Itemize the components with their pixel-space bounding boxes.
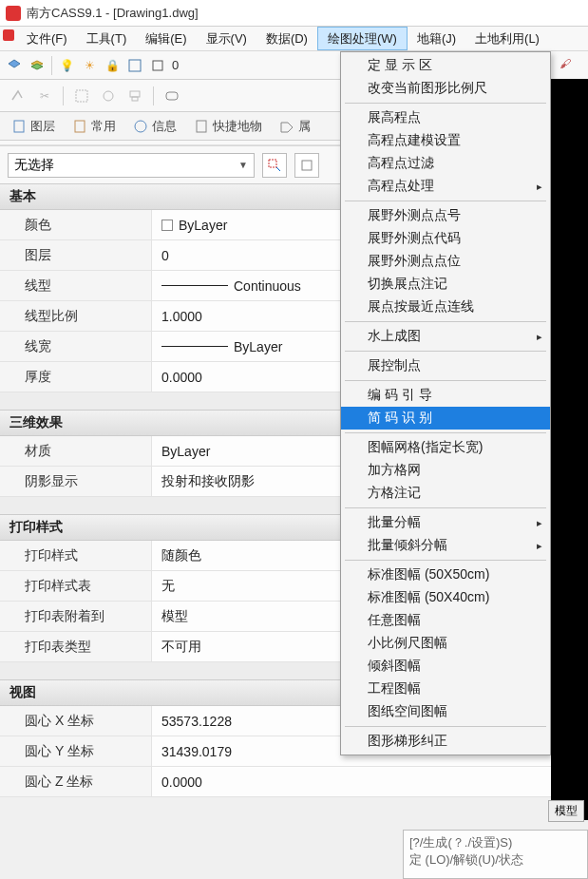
svg-rect-5 <box>153 61 162 70</box>
menu-item[interactable]: 改变当前图形比例尺 <box>341 77 550 100</box>
menu-item[interactable]: 高程点过滤 <box>341 152 550 175</box>
command-line[interactable]: [?/生成(？./设置)S) 定 (LO)/解锁(U)/状态 <box>403 830 588 879</box>
menu-item[interactable]: 标准图幅 (50X40cm) <box>341 586 550 609</box>
selection-dropdown[interactable]: 无选择 ▼ <box>8 153 255 178</box>
square-icon[interactable] <box>149 57 166 74</box>
menu-item[interactable]: 标准图幅 (50X50cm) <box>341 564 550 586</box>
prop-value-text: 模型 <box>161 608 188 625</box>
menu-item[interactable]: 高程点建模设置 <box>341 129 550 152</box>
bulb-on-icon[interactable]: 💡 <box>58 57 75 74</box>
menu-view[interactable]: 显示(V) <box>197 27 256 50</box>
cut-icon[interactable]: ✂ <box>36 87 53 105</box>
menu-item[interactable]: 图纸空间图幅 <box>341 700 550 723</box>
prop-value-text: 0 <box>161 248 169 263</box>
brush-icon[interactable]: 🖌 <box>557 55 574 72</box>
layers-stack-icon[interactable] <box>28 57 46 74</box>
tab-layers[interactable]: 图层 <box>4 114 63 139</box>
menu-file[interactable]: 文件(F) <box>17 27 77 50</box>
prop-label: 圆心 X 坐标 <box>0 706 152 736</box>
menu-item[interactable]: 批量倾斜分幅 <box>341 534 550 557</box>
menu-item[interactable]: 简 码 识 别 <box>341 407 550 430</box>
prop-label: 打印样式表 <box>0 571 152 601</box>
lock-icon[interactable]: 🔒 <box>104 57 121 74</box>
prop-label: 打印表附着到 <box>0 602 152 631</box>
menu-view-label: 显示(V) <box>206 30 247 48</box>
prop-value-text: 随颜色 <box>161 547 201 564</box>
cmd-line2: 定 (LO)/解锁(U)/状态 <box>409 851 581 869</box>
tab-attr[interactable]: 属 <box>272 114 318 139</box>
menu-item[interactable]: 展高程点 <box>341 106 550 129</box>
menu-data[interactable]: 数据(D) <box>256 27 317 50</box>
menu-draw-process-label: 绘图处理(W) <box>328 30 397 48</box>
menu-item[interactable]: 展点按最近点连线 <box>341 296 550 318</box>
dotted-box-icon[interactable] <box>73 87 90 105</box>
menu-item[interactable]: 倾斜图幅 <box>341 655 550 678</box>
prop-label: 线型比例 <box>0 301 152 331</box>
layer-field[interactable]: 0 <box>172 58 179 72</box>
menu-separator <box>345 726 546 727</box>
menu-item[interactable]: 图形梯形纠正 <box>341 730 550 753</box>
menu-item[interactable]: 展控制点 <box>341 354 550 377</box>
prop-label: 打印表类型 <box>0 632 152 661</box>
menubar: 文件(F) 工具(T) 编辑(E) 显示(V) 数据(D) 绘图处理(W) 地籍… <box>0 27 588 51</box>
menu-separator <box>345 380 546 381</box>
menu-item[interactable]: 小比例尺图幅 <box>341 632 550 655</box>
menu-separator <box>345 201 546 201</box>
menu-item[interactable]: 展野外测点代码 <box>341 227 550 250</box>
menu-landuse[interactable]: 土地利用(L) <box>465 27 549 50</box>
menu-item[interactable]: 工程图幅 <box>341 678 550 700</box>
menu-item[interactable]: 任意图幅 <box>341 609 550 632</box>
toolbar-sep <box>153 86 154 105</box>
menu-item[interactable]: 编 码 引 导 <box>341 384 550 407</box>
menu-item[interactable]: 加方格网 <box>341 459 550 482</box>
drawing-canvas[interactable] <box>551 79 588 820</box>
menu-edit-label: 编辑(E) <box>145 30 186 48</box>
tab-attr-label: 属 <box>298 118 311 135</box>
quick-select-button[interactable] <box>262 153 287 178</box>
tab-model-label: 模型 <box>555 804 578 817</box>
prop-label: 打印样式 <box>0 541 152 570</box>
menu-cadastre[interactable]: 地籍(J) <box>408 27 465 50</box>
circle-icon[interactable] <box>100 87 117 105</box>
tab-model[interactable]: 模型 <box>548 800 584 822</box>
menu-tools[interactable]: 工具(T) <box>77 27 137 50</box>
tab-quick[interactable]: 快捷地物 <box>186 114 270 139</box>
prop-value-text: 53573.1228 <box>161 714 232 729</box>
svg-rect-6 <box>76 90 87 102</box>
menu-landuse-label: 土地利用(L) <box>475 30 540 48</box>
menu-item[interactable]: 水上成图 <box>341 325 550 348</box>
svg-point-13 <box>135 121 146 132</box>
layers-icon[interactable] <box>6 57 23 74</box>
menu-tools-label: 工具(T) <box>86 30 127 48</box>
pick-button[interactable] <box>294 153 319 178</box>
sun-icon[interactable]: ☀ <box>81 57 98 74</box>
menu-item[interactable]: 高程点处理 <box>341 175 550 198</box>
layers-tab-icon <box>11 119 27 134</box>
svg-rect-11 <box>14 121 24 132</box>
prop-row-centerz[interactable]: 圆心 Z 坐标 0.0000 <box>0 767 588 797</box>
menu-item[interactable]: 批量分幅 <box>341 511 550 534</box>
prop-label: 圆心 Z 坐标 <box>0 767 152 796</box>
menu-item[interactable]: 图幅网格(指定长宽) <box>341 436 550 459</box>
pan-icon[interactable] <box>126 87 143 105</box>
prop-value[interactable]: 0.0000 <box>152 767 588 796</box>
prop-value-text: ByLayer <box>179 218 227 233</box>
prop-value-text: 不可用 <box>161 639 201 656</box>
color-swatch-icon <box>161 220 173 231</box>
menu-item[interactable]: 展野外测点点号 <box>341 204 550 227</box>
tool-a-icon[interactable] <box>9 87 27 105</box>
menu-item[interactable]: 定 显 示 区 <box>341 54 550 77</box>
menu-item[interactable]: 展野外测点点位 <box>341 250 550 273</box>
menu-draw-process[interactable]: 绘图处理(W) <box>317 27 408 50</box>
menu-item[interactable]: 切换展点注记 <box>341 273 550 296</box>
tag-icon <box>279 119 294 134</box>
menu-edit[interactable]: 编辑(E) <box>136 27 196 50</box>
menu-item[interactable]: 方格注记 <box>341 482 550 505</box>
layer-box-icon[interactable] <box>126 57 143 74</box>
app-menu-icon[interactable] <box>0 27 17 44</box>
tab-layers-label: 图层 <box>30 118 55 135</box>
tab-info[interactable]: 信息 <box>125 114 184 139</box>
prop-label: 材质 <box>0 436 152 466</box>
tab-common[interactable]: 常用 <box>65 114 123 139</box>
round-rect-icon[interactable] <box>163 87 180 105</box>
